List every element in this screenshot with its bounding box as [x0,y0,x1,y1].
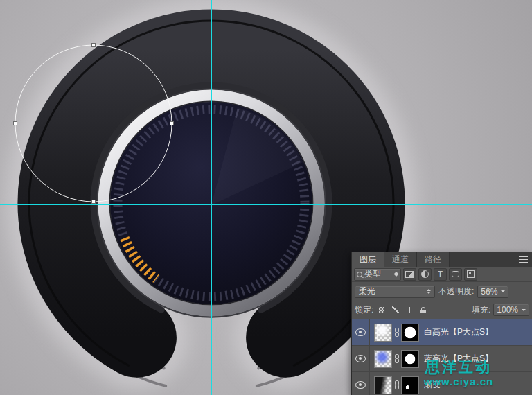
selection-handle-top[interactable] [92,44,96,47]
panel-menu-button[interactable] [514,252,532,267]
move-icon [407,307,413,313]
lock-label: 锁定: [355,304,373,316]
lock-image-button[interactable] [390,304,401,315]
shape-icon [452,271,459,277]
smart-object-icon [467,270,475,278]
transparency-icon [379,307,384,313]
tab-layers[interactable]: 图层 [352,252,384,267]
lock-icon [420,310,426,313]
chevron-down-icon [522,309,526,313]
layer-thumbnail[interactable] [374,324,392,342]
layer-mask-thumbnail[interactable] [401,324,419,342]
lock-row: 锁定: 填充: 100% [352,301,532,319]
search-icon [357,272,362,277]
watermark-url: www.ciya.cn [413,376,504,387]
chevron-down-icon [501,290,505,295]
watermark-title: 思洋互动 [413,358,504,376]
filter-smart-objects-button[interactable] [464,268,477,281]
visibility-toggle[interactable] [352,346,370,371]
filter-adjustment-layers-button[interactable] [418,268,432,281]
filter-pixel-layers-button[interactable] [403,268,416,281]
watermark: 思洋互动 www.ciya.cn [413,358,504,387]
fill-label: 填充: [472,304,490,316]
filter-type-layers-button[interactable]: T [434,268,447,281]
panel-tabbar: 图层 通道 路径 [352,252,532,267]
layer-thumbnail[interactable] [374,350,392,368]
filter-shape-layers-button[interactable] [449,268,462,281]
image-icon [405,271,414,278]
lock-position-button[interactable] [404,304,415,315]
selection-handle-left[interactable] [14,122,17,125]
eye-icon [355,355,366,362]
filter-kind-dropdown[interactable]: 类型 [354,268,401,281]
lock-all-button[interactable] [418,304,429,315]
blend-mode-dropdown[interactable]: 柔光 [355,286,435,298]
opacity-label: 不透明度: [438,286,474,297]
eye-icon [355,328,366,336]
layer-thumbnail[interactable] [374,376,392,394]
tab-channels[interactable]: 通道 [384,252,417,267]
brush-icon [392,306,399,313]
layer-row-white-highlight[interactable]: 白高光【P大点S】 [352,319,532,346]
menu-icon [519,256,528,263]
opacity-value: 56% [481,287,497,297]
visibility-toggle[interactable] [352,372,370,395]
type-icon: T [438,270,443,278]
link-icon [394,328,399,337]
lock-transparency-button[interactable] [376,304,387,315]
fill-value-dropdown[interactable]: 100% [493,304,529,316]
eye-icon [355,381,366,389]
blend-row: 柔光 不透明度: 56% [352,282,532,301]
fill-value: 100% [497,305,518,315]
selection-handle-right[interactable] [170,122,174,125]
photoshop-workspace: 图层 通道 路径 类型 T 柔光 不透明度: 56% [0,0,532,395]
link-icon [394,354,399,363]
filter-kind-label: 类型 [364,268,381,280]
adjustment-icon [421,270,429,278]
selection-handle-bottom[interactable] [92,200,96,204]
blend-mode-value: 柔光 [359,286,375,297]
chevron-updown-icon [427,289,431,294]
visibility-toggle[interactable] [352,319,370,345]
opacity-value-dropdown[interactable]: 56% [477,286,508,298]
layer-name[interactable]: 白高光【P大点S】 [424,326,493,338]
link-icon [394,380,399,389]
tab-paths[interactable]: 路径 [417,252,450,267]
chevron-updown-icon [394,272,398,276]
layer-filter-row: 类型 T [352,267,532,282]
